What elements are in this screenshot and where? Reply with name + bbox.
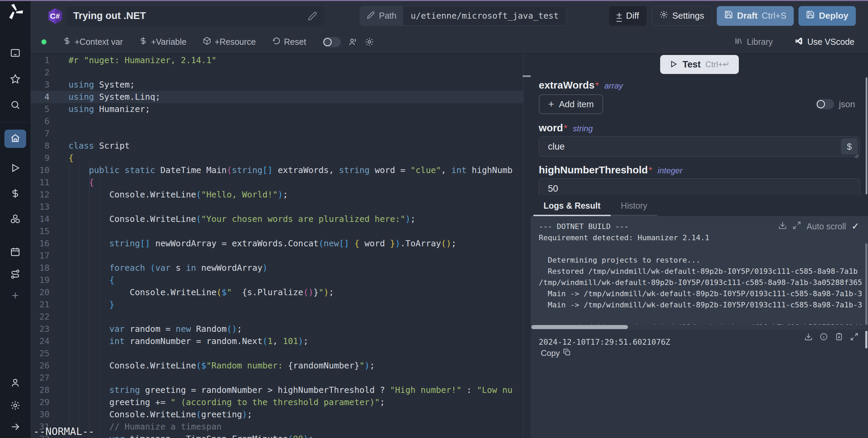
sidebar-item-schedules[interactable] <box>0 245 31 260</box>
test-button[interactable]: Test Ctrl+↵ <box>660 55 739 74</box>
result-scrollbar-thumb[interactable] <box>865 331 867 348</box>
resize-handle-icon[interactable] <box>853 150 859 156</box>
code-line: 9{ <box>31 152 523 164</box>
line-number: 4 <box>31 91 58 103</box>
autoscroll-label[interactable]: Auto scroll <box>807 222 846 231</box>
edit-title-icon[interactable] <box>308 11 317 21</box>
add-resource-button[interactable]: +Resource <box>203 37 256 47</box>
word-input[interactable]: clue $ <box>539 136 860 157</box>
sidebar-item-resources[interactable] <box>0 212 31 227</box>
cubes-icon <box>10 214 20 225</box>
logs-panel[interactable]: --- DOTNET BUILD --- Requirement detecte… <box>531 216 868 325</box>
logs-horizontal-scrollbar[interactable] <box>531 325 868 329</box>
sidebar-item-account[interactable] <box>0 376 31 391</box>
use-vscode-label: Use VScode <box>807 37 854 47</box>
collaborators-icon[interactable] <box>348 37 357 46</box>
tab-history[interactable]: History <box>611 195 657 216</box>
editor-settings-gear-icon[interactable] <box>365 37 374 46</box>
code-line: 21 } <box>31 299 523 311</box>
reset-button[interactable]: Reset <box>272 37 306 47</box>
settings-button[interactable]: Settings <box>652 6 712 26</box>
panel-splitter[interactable] <box>523 54 531 438</box>
test-label: Test <box>683 59 701 70</box>
sidebar-item-apps[interactable] <box>0 46 31 61</box>
sidebar-item-expand[interactable] <box>0 420 31 435</box>
library-button[interactable]: Library <box>734 37 773 47</box>
info-icon[interactable] <box>820 332 828 342</box>
sidebar-item-home[interactable] <box>4 130 26 148</box>
code-editor[interactable]: 1#r "nuget: Humanizer, 2.14.1"23using Sy… <box>31 54 523 438</box>
json-toggle-label: json <box>839 99 855 110</box>
status-dot <box>41 39 46 44</box>
line-number: 21 <box>31 299 58 311</box>
expand-result-icon[interactable] <box>850 332 859 342</box>
required-marker: * <box>649 165 652 176</box>
route-icon <box>10 269 20 281</box>
path-field[interactable]: Path u/etienne/microsoft_java_test <box>360 6 567 26</box>
arg-name: highNumberThreshold <box>539 164 648 176</box>
code-line: 6 <box>31 115 523 128</box>
line-number: 25 <box>31 347 58 360</box>
line-number: 19 <box>31 274 58 286</box>
result-controls <box>804 332 859 342</box>
splitter-drag-handle[interactable] <box>522 75 531 77</box>
diff-button[interactable]: ± Diff <box>609 6 647 26</box>
tab-logs-result[interactable]: Logs & Result <box>533 195 611 216</box>
sidebar-item-flows[interactable] <box>0 267 31 282</box>
json-toggle[interactable] <box>816 99 834 109</box>
code-line: 28 string greeting = randomNumber > high… <box>31 384 523 396</box>
copy-button[interactable]: Copy <box>541 348 571 358</box>
line-number: 26 <box>31 360 58 372</box>
line-number: 2 <box>31 66 58 79</box>
code-line: 12 Console.WriteLine("Hello, World!"); <box>31 189 523 201</box>
add-variable-button[interactable]: +Variable <box>139 37 186 47</box>
sidebar-item-search[interactable] <box>0 98 31 113</box>
script-title: Trying out .NET <box>73 10 308 21</box>
horizontal-scrollbar-thumb[interactable] <box>531 325 628 329</box>
play-icon <box>10 163 20 174</box>
script-title-input[interactable]: Trying out .NET <box>66 6 324 26</box>
line-number: 27 <box>31 372 58 384</box>
sidebar-divider <box>0 122 31 122</box>
code-line: 14 Console.WriteLine("Your chosen words … <box>31 213 523 225</box>
line-number: 13 <box>31 201 58 213</box>
sidebar-item-variables[interactable] <box>0 187 31 202</box>
download-result-icon[interactable] <box>804 332 813 342</box>
sidebar-item-create[interactable] <box>0 289 31 304</box>
required-marker: * <box>595 80 599 91</box>
code-line: 5using Humanizer; <box>31 103 523 115</box>
highnumberthreshold-input[interactable]: 50 <box>539 178 860 195</box>
toggle-knob <box>323 38 332 46</box>
sidebar-item-settings[interactable] <box>0 399 31 414</box>
line-number: 8 <box>31 140 58 152</box>
logs-scrollbar-thumb[interactable] <box>865 243 867 325</box>
copy-result-icon[interactable] <box>835 332 843 342</box>
deploy-button[interactable]: Deploy <box>798 6 856 26</box>
line-number: 28 <box>31 384 58 396</box>
code-line: 17 <box>31 250 523 262</box>
autoscroll-checkbox[interactable]: ✓ <box>851 221 859 232</box>
sidebar-item-favorites[interactable] <box>0 72 31 87</box>
code-line: 30 Console.WriteLine(greeting); <box>31 408 523 421</box>
save-icon <box>806 10 815 21</box>
vim-mode-indicator: --NORMAL-- <box>33 425 95 437</box>
code-line: 32 var timespan = TimeSpan.FromMinutes(9… <box>31 433 523 438</box>
code-line: 7 <box>31 128 523 140</box>
add-context-var-button[interactable]: +Context var <box>63 37 123 47</box>
windmill-logo[interactable] <box>7 3 23 20</box>
form-scrollbar-thumb[interactable] <box>866 77 867 194</box>
add-item-button[interactable]: + Add item <box>539 94 603 114</box>
mode-toggle[interactable] <box>322 37 341 47</box>
draft-button[interactable]: Draft Ctrl+S <box>717 6 794 26</box>
vscode-icon <box>794 37 803 47</box>
sidebar-item-runs[interactable] <box>0 161 31 176</box>
test-shortcut: Ctrl+↵ <box>706 60 730 69</box>
expand-logs-icon[interactable] <box>792 221 801 232</box>
code-line: 31 // Humanize a timespan <box>31 421 523 433</box>
line-number: 17 <box>31 250 58 262</box>
top-bar: C# Trying out .NET Path u/etienne/micros… <box>31 1 868 31</box>
line-number: 7 <box>31 128 58 140</box>
use-vscode-button[interactable]: Use VScode <box>794 37 854 47</box>
results-tabs: Logs & Result History <box>531 195 868 216</box>
download-logs-icon[interactable] <box>778 221 787 232</box>
